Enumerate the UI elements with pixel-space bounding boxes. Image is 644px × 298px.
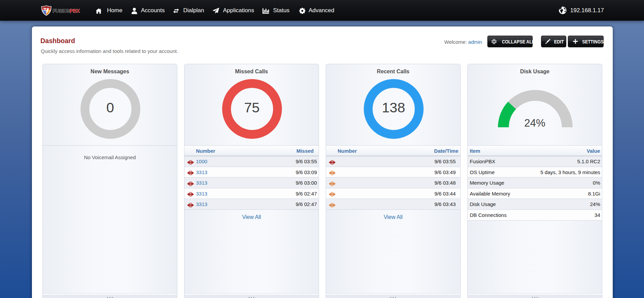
svg-text:FUSION: FUSION <box>53 7 71 13</box>
svg-text:PBX: PBX <box>70 7 80 13</box>
